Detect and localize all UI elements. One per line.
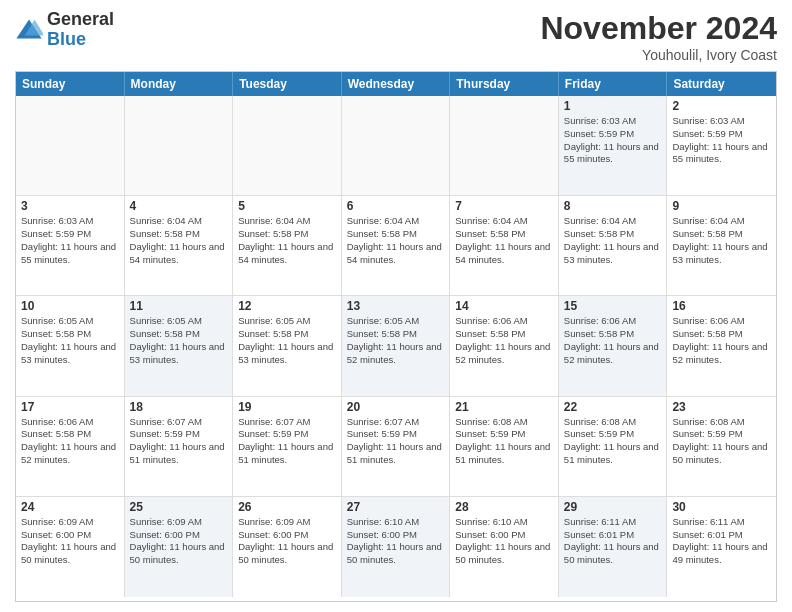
day-info: Sunrise: 6:09 AMSunset: 6:00 PMDaylight:… bbox=[21, 516, 119, 567]
day-info: Sunrise: 6:05 AMSunset: 5:58 PMDaylight:… bbox=[347, 315, 445, 366]
day-number: 19 bbox=[238, 400, 336, 414]
day-info: Sunrise: 6:05 AMSunset: 5:58 PMDaylight:… bbox=[21, 315, 119, 366]
day-15: 15Sunrise: 6:06 AMSunset: 5:58 PMDayligh… bbox=[559, 296, 668, 395]
day-13: 13Sunrise: 6:05 AMSunset: 5:58 PMDayligh… bbox=[342, 296, 451, 395]
day-number: 15 bbox=[564, 299, 662, 313]
empty-cell bbox=[233, 96, 342, 195]
day-info: Sunrise: 6:11 AMSunset: 6:01 PMDaylight:… bbox=[564, 516, 662, 567]
day-info: Sunrise: 6:08 AMSunset: 5:59 PMDaylight:… bbox=[564, 416, 662, 467]
day-2: 2Sunrise: 6:03 AMSunset: 5:59 PMDaylight… bbox=[667, 96, 776, 195]
day-9: 9Sunrise: 6:04 AMSunset: 5:58 PMDaylight… bbox=[667, 196, 776, 295]
page-header: General Blue November 2024 Youhoulil, Iv… bbox=[15, 10, 777, 63]
day-info: Sunrise: 6:06 AMSunset: 5:58 PMDaylight:… bbox=[672, 315, 771, 366]
header-day-wednesday: Wednesday bbox=[342, 72, 451, 96]
day-info: Sunrise: 6:04 AMSunset: 5:58 PMDaylight:… bbox=[672, 215, 771, 266]
day-number: 23 bbox=[672, 400, 771, 414]
day-8: 8Sunrise: 6:04 AMSunset: 5:58 PMDaylight… bbox=[559, 196, 668, 295]
empty-cell bbox=[16, 96, 125, 195]
header-day-monday: Monday bbox=[125, 72, 234, 96]
day-info: Sunrise: 6:09 AMSunset: 6:00 PMDaylight:… bbox=[130, 516, 228, 567]
day-info: Sunrise: 6:09 AMSunset: 6:00 PMDaylight:… bbox=[238, 516, 336, 567]
day-number: 9 bbox=[672, 199, 771, 213]
day-number: 20 bbox=[347, 400, 445, 414]
logo: General Blue bbox=[15, 10, 114, 50]
day-23: 23Sunrise: 6:08 AMSunset: 5:59 PMDayligh… bbox=[667, 397, 776, 496]
day-info: Sunrise: 6:10 AMSunset: 6:00 PMDaylight:… bbox=[455, 516, 553, 567]
day-16: 16Sunrise: 6:06 AMSunset: 5:58 PMDayligh… bbox=[667, 296, 776, 395]
day-info: Sunrise: 6:08 AMSunset: 5:59 PMDaylight:… bbox=[672, 416, 771, 467]
day-info: Sunrise: 6:04 AMSunset: 5:58 PMDaylight:… bbox=[347, 215, 445, 266]
day-info: Sunrise: 6:05 AMSunset: 5:58 PMDaylight:… bbox=[130, 315, 228, 366]
day-info: Sunrise: 6:03 AMSunset: 5:59 PMDaylight:… bbox=[672, 115, 771, 166]
day-info: Sunrise: 6:03 AMSunset: 5:59 PMDaylight:… bbox=[21, 215, 119, 266]
day-info: Sunrise: 6:07 AMSunset: 5:59 PMDaylight:… bbox=[238, 416, 336, 467]
calendar-row-1: 1Sunrise: 6:03 AMSunset: 5:59 PMDaylight… bbox=[16, 96, 776, 196]
day-info: Sunrise: 6:06 AMSunset: 5:58 PMDaylight:… bbox=[21, 416, 119, 467]
day-number: 21 bbox=[455, 400, 553, 414]
day-number: 26 bbox=[238, 500, 336, 514]
day-info: Sunrise: 6:10 AMSunset: 6:00 PMDaylight:… bbox=[347, 516, 445, 567]
day-number: 14 bbox=[455, 299, 553, 313]
empty-cell bbox=[342, 96, 451, 195]
day-info: Sunrise: 6:03 AMSunset: 5:59 PMDaylight:… bbox=[564, 115, 662, 166]
calendar-row-4: 17Sunrise: 6:06 AMSunset: 5:58 PMDayligh… bbox=[16, 397, 776, 497]
day-28: 28Sunrise: 6:10 AMSunset: 6:00 PMDayligh… bbox=[450, 497, 559, 597]
empty-cell bbox=[450, 96, 559, 195]
logo-general: General bbox=[47, 10, 114, 30]
day-29: 29Sunrise: 6:11 AMSunset: 6:01 PMDayligh… bbox=[559, 497, 668, 597]
day-7: 7Sunrise: 6:04 AMSunset: 5:58 PMDaylight… bbox=[450, 196, 559, 295]
day-27: 27Sunrise: 6:10 AMSunset: 6:00 PMDayligh… bbox=[342, 497, 451, 597]
day-26: 26Sunrise: 6:09 AMSunset: 6:00 PMDayligh… bbox=[233, 497, 342, 597]
day-number: 24 bbox=[21, 500, 119, 514]
day-number: 12 bbox=[238, 299, 336, 313]
header-day-tuesday: Tuesday bbox=[233, 72, 342, 96]
day-22: 22Sunrise: 6:08 AMSunset: 5:59 PMDayligh… bbox=[559, 397, 668, 496]
day-number: 22 bbox=[564, 400, 662, 414]
calendar-body: 1Sunrise: 6:03 AMSunset: 5:59 PMDaylight… bbox=[16, 96, 776, 597]
title-area: November 2024 Youhoulil, Ivory Coast bbox=[540, 10, 777, 63]
day-10: 10Sunrise: 6:05 AMSunset: 5:58 PMDayligh… bbox=[16, 296, 125, 395]
day-number: 10 bbox=[21, 299, 119, 313]
day-info: Sunrise: 6:04 AMSunset: 5:58 PMDaylight:… bbox=[238, 215, 336, 266]
day-number: 18 bbox=[130, 400, 228, 414]
day-info: Sunrise: 6:08 AMSunset: 5:59 PMDaylight:… bbox=[455, 416, 553, 467]
day-4: 4Sunrise: 6:04 AMSunset: 5:58 PMDaylight… bbox=[125, 196, 234, 295]
day-number: 17 bbox=[21, 400, 119, 414]
day-number: 8 bbox=[564, 199, 662, 213]
day-6: 6Sunrise: 6:04 AMSunset: 5:58 PMDaylight… bbox=[342, 196, 451, 295]
day-5: 5Sunrise: 6:04 AMSunset: 5:58 PMDaylight… bbox=[233, 196, 342, 295]
logo-text: General Blue bbox=[47, 10, 114, 50]
day-number: 30 bbox=[672, 500, 771, 514]
day-number: 11 bbox=[130, 299, 228, 313]
day-number: 2 bbox=[672, 99, 771, 113]
calendar-header: SundayMondayTuesdayWednesdayThursdayFrid… bbox=[16, 72, 776, 96]
day-25: 25Sunrise: 6:09 AMSunset: 6:00 PMDayligh… bbox=[125, 497, 234, 597]
logo-icon bbox=[15, 16, 43, 44]
header-day-saturday: Saturday bbox=[667, 72, 776, 96]
day-21: 21Sunrise: 6:08 AMSunset: 5:59 PMDayligh… bbox=[450, 397, 559, 496]
header-day-thursday: Thursday bbox=[450, 72, 559, 96]
day-info: Sunrise: 6:07 AMSunset: 5:59 PMDaylight:… bbox=[347, 416, 445, 467]
day-30: 30Sunrise: 6:11 AMSunset: 6:01 PMDayligh… bbox=[667, 497, 776, 597]
day-number: 1 bbox=[564, 99, 662, 113]
day-number: 28 bbox=[455, 500, 553, 514]
calendar: SundayMondayTuesdayWednesdayThursdayFrid… bbox=[15, 71, 777, 602]
day-12: 12Sunrise: 6:05 AMSunset: 5:58 PMDayligh… bbox=[233, 296, 342, 395]
day-number: 4 bbox=[130, 199, 228, 213]
day-number: 13 bbox=[347, 299, 445, 313]
calendar-row-2: 3Sunrise: 6:03 AMSunset: 5:59 PMDaylight… bbox=[16, 196, 776, 296]
day-number: 25 bbox=[130, 500, 228, 514]
logo-blue: Blue bbox=[47, 30, 114, 50]
day-24: 24Sunrise: 6:09 AMSunset: 6:00 PMDayligh… bbox=[16, 497, 125, 597]
day-20: 20Sunrise: 6:07 AMSunset: 5:59 PMDayligh… bbox=[342, 397, 451, 496]
day-number: 5 bbox=[238, 199, 336, 213]
calendar-row-5: 24Sunrise: 6:09 AMSunset: 6:00 PMDayligh… bbox=[16, 497, 776, 597]
day-number: 16 bbox=[672, 299, 771, 313]
calendar-page: General Blue November 2024 Youhoulil, Iv… bbox=[0, 0, 792, 612]
day-info: Sunrise: 6:06 AMSunset: 5:58 PMDaylight:… bbox=[564, 315, 662, 366]
day-14: 14Sunrise: 6:06 AMSunset: 5:58 PMDayligh… bbox=[450, 296, 559, 395]
day-number: 3 bbox=[21, 199, 119, 213]
day-number: 6 bbox=[347, 199, 445, 213]
day-info: Sunrise: 6:04 AMSunset: 5:58 PMDaylight:… bbox=[130, 215, 228, 266]
calendar-row-3: 10Sunrise: 6:05 AMSunset: 5:58 PMDayligh… bbox=[16, 296, 776, 396]
